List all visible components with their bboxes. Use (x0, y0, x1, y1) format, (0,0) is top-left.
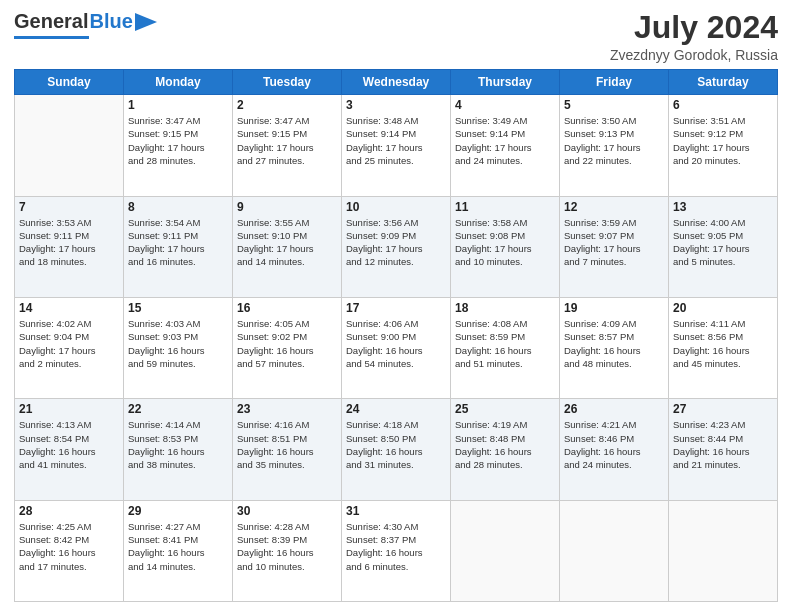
calendar-cell-w5-d6 (560, 500, 669, 601)
logo-general: General (14, 10, 88, 33)
logo-blue: Blue (89, 10, 132, 33)
day-number: 23 (237, 402, 337, 416)
calendar-cell-w5-d7 (669, 500, 778, 601)
day-info: Sunrise: 4:18 AM Sunset: 8:50 PM Dayligh… (346, 418, 446, 471)
col-friday: Friday (560, 70, 669, 95)
day-info: Sunrise: 4:16 AM Sunset: 8:51 PM Dayligh… (237, 418, 337, 471)
day-number: 12 (564, 200, 664, 214)
calendar-cell-w2-d2: 8Sunrise: 3:54 AM Sunset: 9:11 PM Daylig… (124, 196, 233, 297)
day-number: 3 (346, 98, 446, 112)
day-info: Sunrise: 4:03 AM Sunset: 9:03 PM Dayligh… (128, 317, 228, 370)
day-info: Sunrise: 4:28 AM Sunset: 8:39 PM Dayligh… (237, 520, 337, 573)
day-info: Sunrise: 4:02 AM Sunset: 9:04 PM Dayligh… (19, 317, 119, 370)
col-saturday: Saturday (669, 70, 778, 95)
day-number: 5 (564, 98, 664, 112)
calendar-header-row: Sunday Monday Tuesday Wednesday Thursday… (15, 70, 778, 95)
day-number: 17 (346, 301, 446, 315)
day-number: 18 (455, 301, 555, 315)
day-info: Sunrise: 4:09 AM Sunset: 8:57 PM Dayligh… (564, 317, 664, 370)
calendar-cell-w5-d5 (451, 500, 560, 601)
calendar-cell-w3-d2: 15Sunrise: 4:03 AM Sunset: 9:03 PM Dayli… (124, 297, 233, 398)
calendar-cell-w3-d5: 18Sunrise: 4:08 AM Sunset: 8:59 PM Dayli… (451, 297, 560, 398)
day-info: Sunrise: 4:13 AM Sunset: 8:54 PM Dayligh… (19, 418, 119, 471)
page: General Blue July 2024 Zvezdnyy Gorodok,… (0, 0, 792, 612)
col-thursday: Thursday (451, 70, 560, 95)
day-info: Sunrise: 3:51 AM Sunset: 9:12 PM Dayligh… (673, 114, 773, 167)
day-info: Sunrise: 3:59 AM Sunset: 9:07 PM Dayligh… (564, 216, 664, 269)
calendar-week-4: 21Sunrise: 4:13 AM Sunset: 8:54 PM Dayli… (15, 399, 778, 500)
day-info: Sunrise: 4:21 AM Sunset: 8:46 PM Dayligh… (564, 418, 664, 471)
day-info: Sunrise: 4:00 AM Sunset: 9:05 PM Dayligh… (673, 216, 773, 269)
svg-marker-0 (135, 13, 157, 31)
calendar-cell-w4-d7: 27Sunrise: 4:23 AM Sunset: 8:44 PM Dayli… (669, 399, 778, 500)
calendar-cell-w4-d6: 26Sunrise: 4:21 AM Sunset: 8:46 PM Dayli… (560, 399, 669, 500)
calendar-cell-w2-d5: 11Sunrise: 3:58 AM Sunset: 9:08 PM Dayli… (451, 196, 560, 297)
day-number: 8 (128, 200, 228, 214)
day-info: Sunrise: 4:19 AM Sunset: 8:48 PM Dayligh… (455, 418, 555, 471)
day-info: Sunrise: 3:58 AM Sunset: 9:08 PM Dayligh… (455, 216, 555, 269)
calendar-cell-w3-d1: 14Sunrise: 4:02 AM Sunset: 9:04 PM Dayli… (15, 297, 124, 398)
calendar-cell-w2-d3: 9Sunrise: 3:55 AM Sunset: 9:10 PM Daylig… (233, 196, 342, 297)
calendar-cell-w2-d4: 10Sunrise: 3:56 AM Sunset: 9:09 PM Dayli… (342, 196, 451, 297)
calendar-table: Sunday Monday Tuesday Wednesday Thursday… (14, 69, 778, 602)
day-number: 14 (19, 301, 119, 315)
calendar-cell-w4-d2: 22Sunrise: 4:14 AM Sunset: 8:53 PM Dayli… (124, 399, 233, 500)
day-number: 11 (455, 200, 555, 214)
day-info: Sunrise: 3:47 AM Sunset: 9:15 PM Dayligh… (237, 114, 337, 167)
day-number: 6 (673, 98, 773, 112)
calendar-week-1: 1Sunrise: 3:47 AM Sunset: 9:15 PM Daylig… (15, 95, 778, 196)
calendar-cell-w4-d4: 24Sunrise: 4:18 AM Sunset: 8:50 PM Dayli… (342, 399, 451, 500)
logo-arrow-icon (135, 13, 157, 31)
calendar-cell-w3-d7: 20Sunrise: 4:11 AM Sunset: 8:56 PM Dayli… (669, 297, 778, 398)
day-number: 27 (673, 402, 773, 416)
day-info: Sunrise: 4:23 AM Sunset: 8:44 PM Dayligh… (673, 418, 773, 471)
logo-underline (14, 36, 89, 39)
day-number: 28 (19, 504, 119, 518)
day-number: 13 (673, 200, 773, 214)
day-number: 20 (673, 301, 773, 315)
calendar-cell-w2-d6: 12Sunrise: 3:59 AM Sunset: 9:07 PM Dayli… (560, 196, 669, 297)
day-number: 9 (237, 200, 337, 214)
calendar-cell-w1-d7: 6Sunrise: 3:51 AM Sunset: 9:12 PM Daylig… (669, 95, 778, 196)
calendar-title: July 2024 (610, 10, 778, 45)
calendar-cell-w1-d6: 5Sunrise: 3:50 AM Sunset: 9:13 PM Daylig… (560, 95, 669, 196)
day-number: 15 (128, 301, 228, 315)
header: General Blue July 2024 Zvezdnyy Gorodok,… (14, 10, 778, 63)
day-info: Sunrise: 3:56 AM Sunset: 9:09 PM Dayligh… (346, 216, 446, 269)
day-number: 24 (346, 402, 446, 416)
day-number: 16 (237, 301, 337, 315)
col-tuesday: Tuesday (233, 70, 342, 95)
calendar-cell-w1-d2: 1Sunrise: 3:47 AM Sunset: 9:15 PM Daylig… (124, 95, 233, 196)
calendar-cell-w2-d7: 13Sunrise: 4:00 AM Sunset: 9:05 PM Dayli… (669, 196, 778, 297)
day-info: Sunrise: 4:08 AM Sunset: 8:59 PM Dayligh… (455, 317, 555, 370)
day-info: Sunrise: 4:14 AM Sunset: 8:53 PM Dayligh… (128, 418, 228, 471)
calendar-week-5: 28Sunrise: 4:25 AM Sunset: 8:42 PM Dayli… (15, 500, 778, 601)
day-number: 4 (455, 98, 555, 112)
day-info: Sunrise: 4:27 AM Sunset: 8:41 PM Dayligh… (128, 520, 228, 573)
calendar-cell-w4-d1: 21Sunrise: 4:13 AM Sunset: 8:54 PM Dayli… (15, 399, 124, 500)
calendar-week-2: 7Sunrise: 3:53 AM Sunset: 9:11 PM Daylig… (15, 196, 778, 297)
calendar-cell-w5-d3: 30Sunrise: 4:28 AM Sunset: 8:39 PM Dayli… (233, 500, 342, 601)
day-info: Sunrise: 4:06 AM Sunset: 9:00 PM Dayligh… (346, 317, 446, 370)
calendar-cell-w3-d3: 16Sunrise: 4:05 AM Sunset: 9:02 PM Dayli… (233, 297, 342, 398)
calendar-cell-w4-d3: 23Sunrise: 4:16 AM Sunset: 8:51 PM Dayli… (233, 399, 342, 500)
day-number: 1 (128, 98, 228, 112)
day-number: 22 (128, 402, 228, 416)
col-sunday: Sunday (15, 70, 124, 95)
day-info: Sunrise: 4:05 AM Sunset: 9:02 PM Dayligh… (237, 317, 337, 370)
calendar-cell-w1-d4: 3Sunrise: 3:48 AM Sunset: 9:14 PM Daylig… (342, 95, 451, 196)
day-info: Sunrise: 3:48 AM Sunset: 9:14 PM Dayligh… (346, 114, 446, 167)
day-info: Sunrise: 3:49 AM Sunset: 9:14 PM Dayligh… (455, 114, 555, 167)
day-info: Sunrise: 3:55 AM Sunset: 9:10 PM Dayligh… (237, 216, 337, 269)
day-info: Sunrise: 4:25 AM Sunset: 8:42 PM Dayligh… (19, 520, 119, 573)
day-number: 25 (455, 402, 555, 416)
calendar-cell-w4-d5: 25Sunrise: 4:19 AM Sunset: 8:48 PM Dayli… (451, 399, 560, 500)
day-number: 29 (128, 504, 228, 518)
day-number: 30 (237, 504, 337, 518)
day-number: 26 (564, 402, 664, 416)
day-number: 21 (19, 402, 119, 416)
day-number: 2 (237, 98, 337, 112)
calendar-cell-w5-d4: 31Sunrise: 4:30 AM Sunset: 8:37 PM Dayli… (342, 500, 451, 601)
day-info: Sunrise: 3:53 AM Sunset: 9:11 PM Dayligh… (19, 216, 119, 269)
calendar-location: Zvezdnyy Gorodok, Russia (610, 47, 778, 63)
